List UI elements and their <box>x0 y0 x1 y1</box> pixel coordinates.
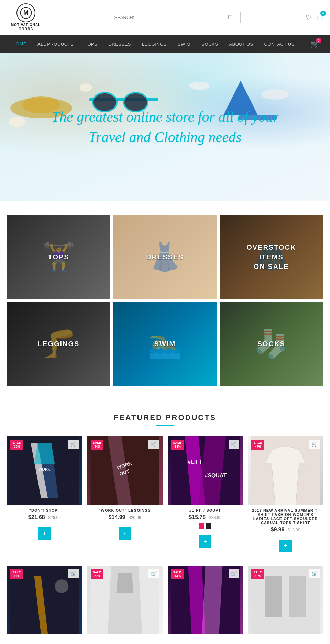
bottom-badge-2: SALE-27% <box>91 569 103 579</box>
category-leggings[interactable]: 🦵 LEGGINGS <box>7 302 110 386</box>
product-name-1: "DON'T STOP" <box>7 508 82 512</box>
svg-rect-28 <box>265 576 282 617</box>
bottom-badge-3: SALE-44% <box>171 569 184 579</box>
product-card-2: WORK OUT SALE-44% 🛒 "WORK OUT" LEGGINGS … <box>87 436 163 552</box>
add-to-cart-btn-1[interactable]: + <box>38 527 51 540</box>
section-divider <box>156 425 174 426</box>
logo[interactable]: M MOTIVATIONAL GOODS <box>7 3 45 31</box>
product-price-2: $14.99 <box>109 514 125 520</box>
bottom-image-2: SALE-27% 🛒 <box>87 566 163 634</box>
category-dresses[interactable]: 👗 DRESSES <box>113 215 217 299</box>
hero-banner: The greatest online store for all of you… <box>0 53 330 201</box>
product-pricing-4: $9.99 $18.99 <box>248 527 323 533</box>
add-to-cart-btn-3[interactable]: + <box>199 535 211 548</box>
svg-text:#LIFT: #LIFT <box>188 459 202 465</box>
sale-badge-3: SALE-34% <box>171 440 184 450</box>
hero-text-line1: The greatest online store for all of you… <box>52 109 279 125</box>
quick-add-3[interactable]: 🛒 <box>229 440 239 449</box>
bottom-image-3: SALE-44% 🛒 <box>168 566 243 634</box>
bottom-product-2: SALE-27% 🛒 <box>87 566 163 634</box>
add-to-cart-btn-4[interactable]: + <box>279 540 292 552</box>
bottom-product-1: SALE-19% 🛒 <box>7 566 82 634</box>
bottom-quick-add-3[interactable]: 🛒 <box>229 569 239 578</box>
product-image-4: SALE-47% 🛒 <box>248 436 323 505</box>
nav-all-products[interactable]: ALL PRODUCTS <box>32 35 79 53</box>
bottom-products-grid: SALE-19% 🛒 SALE-27% 🛒 <box>7 566 323 634</box>
hero-headline: The greatest online store for all of you… <box>52 107 279 147</box>
product-price-1: $21.68 <box>28 514 45 520</box>
product-price-3: $15.78 <box>189 514 206 520</box>
product-original-price-2: $26.99 <box>129 515 141 520</box>
swatch-black[interactable] <box>206 523 211 529</box>
logo-subtext: GOODS <box>19 27 33 31</box>
featured-products-section: FEATURED PRODUCTS WORK SALE-20% 🛒 "DON'T <box>0 399 330 566</box>
color-swatches-3 <box>168 523 243 529</box>
svg-point-24 <box>55 579 68 593</box>
logo-icon: M <box>16 3 35 22</box>
category-overstock-label: OVERSTOCK ITEMSON SALE <box>245 242 297 271</box>
product-image-1: WORK SALE-20% 🛒 <box>7 436 82 505</box>
svg-text:#SQUAT: #SQUAT <box>205 473 227 478</box>
product-card-1: WORK SALE-20% 🛒 "DON'T STOP" $21.68 $26.… <box>7 436 82 552</box>
product-name-4: 2017 NEW ARRIVAL SUMMER T-SHIRT FASHION … <box>248 508 323 525</box>
svg-text:WORK: WORK <box>38 467 51 471</box>
product-card-3: #LIFT #SQUAT SALE-34% 🛒 #LIFT # SQUAT $1… <box>168 436 243 552</box>
category-tops[interactable]: 🏋️‍♀️ TOPS <box>7 215 110 299</box>
nav-home[interactable]: HOME <box>7 35 32 53</box>
category-dresses-label: DRESSES <box>146 253 184 261</box>
category-grid: 🏋️‍♀️ TOPS 👗 DRESSES 🧥 OVERSTOCK ITEMSON… <box>7 215 323 386</box>
product-pricing-1: $21.68 $26.99 <box>7 514 82 520</box>
nav-tops[interactable]: TOPS <box>79 35 103 53</box>
category-swim-label: SWIM <box>154 340 176 348</box>
add-to-cart-btn-2[interactable]: + <box>119 527 131 540</box>
wishlist-button[interactable]: ♡ <box>306 13 312 22</box>
category-leggings-label: LEGGINGS <box>38 340 80 348</box>
nav-swim[interactable]: SWIM <box>172 35 196 53</box>
quick-add-4[interactable]: 🛒 <box>309 440 320 449</box>
swatch-red[interactable] <box>199 523 204 529</box>
bottom-badge-4: SALE-18% <box>251 569 264 579</box>
nav-cart-badge: 0 <box>316 38 321 43</box>
hero-text-line2: Travel and Clothing needs <box>89 129 242 145</box>
logo-text: MOTIVATIONAL <box>11 23 41 27</box>
product-original-price-4: $18.99 <box>288 528 300 532</box>
search-input[interactable] <box>114 15 228 20</box>
product-image-2: WORK OUT SALE-44% 🛒 <box>87 436 163 505</box>
nav-cart-area: 🛒 0 <box>306 36 323 53</box>
bottom-quick-add-2[interactable]: 🛒 <box>148 569 159 578</box>
bottom-quick-add-4[interactable]: 🛒 <box>309 569 320 578</box>
search-button[interactable]: ☐ <box>228 14 233 21</box>
hero-text-block: The greatest online store for all of you… <box>52 107 279 147</box>
product-image-3: #LIFT #SQUAT SALE-34% 🛒 <box>168 436 243 505</box>
nav-socks[interactable]: SOCKS <box>196 35 223 53</box>
quick-add-1[interactable]: 🛒 <box>68 440 79 449</box>
nav-contact-us[interactable]: CONTACT US <box>259 35 300 53</box>
quick-add-2[interactable]: 🛒 <box>148 440 159 449</box>
nav-dresses[interactable]: DRESSES <box>103 35 136 53</box>
cart-button[interactable]: ☐ 0 <box>317 13 323 22</box>
featured-title: FEATURED PRODUCTS <box>7 413 323 422</box>
category-socks[interactable]: 🧦 SOCKS <box>220 302 323 386</box>
search-form: ☐ <box>110 12 241 23</box>
product-name-2: "WORK OUT" LEGGINGS <box>87 508 163 512</box>
cart-count-badge: 0 <box>320 11 326 16</box>
bottom-products-section: SALE-19% 🛒 SALE-27% 🛒 <box>0 566 330 644</box>
product-original-price-3: $23.99 <box>209 515 222 520</box>
product-card-4: SALE-47% 🛒 2017 NEW ARRIVAL SUMMER T-SHI… <box>248 436 323 552</box>
product-pricing-3: $15.78 $23.99 <box>168 514 243 520</box>
product-price-4: $9.99 <box>271 527 285 532</box>
products-grid: WORK SALE-20% 🛒 "DON'T STOP" $21.68 $26.… <box>7 436 323 552</box>
svg-rect-29 <box>289 576 306 617</box>
nav-about-us[interactable]: ABOUT US <box>223 35 258 53</box>
bottom-image-4: SALE-18% 🛒 <box>248 566 323 634</box>
header: M MOTIVATIONAL GOODS ☐ ♡ ☐ 0 <box>0 0 330 35</box>
bottom-image-1: SALE-19% 🛒 <box>7 566 82 634</box>
category-swim[interactable]: 🏊 SWIM <box>113 302 217 386</box>
product-pricing-2: $14.99 $26.99 <box>87 514 163 520</box>
category-grid-section: 🏋️‍♀️ TOPS 👗 DRESSES 🧥 OVERSTOCK ITEMSON… <box>0 201 330 399</box>
category-socks-label: SOCKS <box>257 340 285 348</box>
category-overstock[interactable]: 🧥 OVERSTOCK ITEMSON SALE <box>220 215 323 299</box>
bottom-product-3: SALE-44% 🛒 <box>168 566 243 634</box>
nav-leggings[interactable]: LEGGINGS <box>136 35 172 53</box>
bottom-quick-add-1[interactable]: 🛒 <box>68 569 79 578</box>
